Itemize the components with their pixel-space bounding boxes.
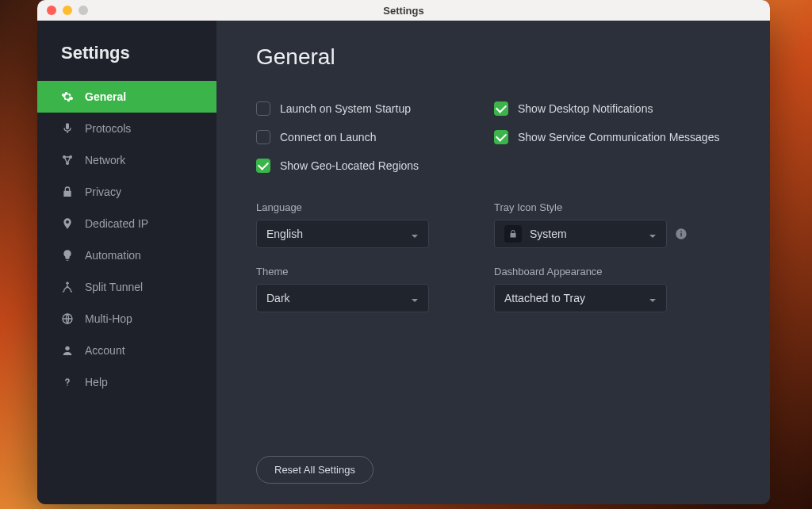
settings-window: Settings Settings General Protocols	[37, 0, 770, 504]
checkbox-icon	[494, 130, 508, 144]
minimize-window-button[interactable]	[63, 6, 72, 15]
checkbox-label: Show Service Communication Messages	[518, 131, 719, 144]
field-label: Tray Icon Style	[494, 201, 730, 213]
checkbox-connect-on-launch[interactable]: Connect on Launch	[256, 130, 494, 144]
window-controls	[37, 6, 88, 15]
content-pane: General Launch on System Startup Show De…	[216, 21, 770, 504]
globe-icon	[61, 312, 74, 325]
svg-point-4	[65, 346, 69, 350]
app-body: Settings General Protocols Network	[37, 21, 770, 504]
sidebar-item-label: Protocols	[85, 122, 131, 135]
sidebar-item-label: General	[85, 90, 126, 103]
checkbox-icon	[256, 130, 270, 144]
sidebar-item-automation[interactable]: Automation	[37, 239, 216, 271]
lock-icon	[504, 225, 522, 243]
checkbox-service-messages[interactable]: Show Service Communication Messages	[494, 130, 730, 144]
close-window-button[interactable]	[47, 6, 56, 15]
sidebar-title: Settings	[37, 43, 216, 81]
bulb-icon	[61, 249, 74, 262]
theme-select[interactable]: Dark	[256, 284, 429, 312]
sidebar: Settings General Protocols Network	[37, 21, 216, 504]
window-title: Settings	[37, 5, 770, 17]
checkbox-desktop-notifications[interactable]: Show Desktop Notifications	[494, 101, 730, 116]
sidebar-item-privacy[interactable]: Privacy	[37, 176, 216, 208]
sidebar-item-account[interactable]: Account	[37, 335, 216, 366]
sidebar-item-label: Account	[85, 344, 125, 357]
mic-icon	[61, 122, 74, 135]
field-dashboard-appearance: Dashboard Appearance Attached to Tray	[494, 266, 730, 312]
sidebar-item-dedicated-ip[interactable]: Dedicated IP	[37, 208, 216, 239]
select-value: Attached to Tray	[504, 292, 585, 304]
field-label: Language	[256, 201, 494, 213]
language-select[interactable]: English	[256, 220, 429, 248]
reset-all-settings-button[interactable]: Reset All Settings	[256, 456, 373, 484]
info-icon[interactable]	[675, 228, 688, 240]
checkbox-launch-startup[interactable]: Launch on System Startup	[256, 101, 494, 116]
sidebar-item-label: Privacy	[85, 186, 121, 198]
person-icon	[61, 344, 74, 357]
field-label: Dashboard Appearance	[494, 266, 730, 277]
sidebar-item-label: Automation	[85, 249, 141, 262]
select-value: Dark	[266, 292, 290, 304]
checkbox-section: Launch on System Startup Show Desktop No…	[256, 101, 730, 173]
checkbox-geo-regions[interactable]: Show Geo-Located Regions	[256, 159, 494, 173]
field-tray-icon-style: Tray Icon Style System	[494, 201, 730, 248]
sidebar-item-network[interactable]: Network	[37, 144, 216, 176]
chevron-down-icon	[649, 294, 657, 302]
chevron-down-icon	[649, 230, 657, 238]
sidebar-item-label: Dedicated IP	[85, 217, 148, 230]
chevron-down-icon	[411, 294, 419, 302]
sidebar-item-split-tunnel[interactable]: Split Tunnel	[37, 271, 216, 303]
chevron-down-icon	[411, 230, 419, 238]
sidebar-item-label: Network	[85, 154, 125, 166]
sidebar-item-multi-hop[interactable]: Multi-Hop	[37, 303, 216, 335]
checkbox-label: Launch on System Startup	[280, 102, 411, 115]
checkbox-label: Show Geo-Located Regions	[280, 159, 419, 172]
sidebar-item-label: Multi-Hop	[85, 312, 132, 325]
svg-rect-7	[680, 231, 681, 232]
select-value: System	[530, 228, 567, 240]
sidebar-item-protocols[interactable]: Protocols	[37, 113, 216, 144]
sidebar-item-general[interactable]: General	[37, 81, 216, 113]
checkbox-icon	[494, 101, 508, 116]
svg-rect-6	[680, 233, 681, 237]
checkbox-icon	[256, 101, 270, 116]
select-section: Language English Tray Icon Style System	[256, 201, 730, 312]
sidebar-item-label: Split Tunnel	[85, 281, 143, 293]
question-icon	[61, 376, 74, 388]
tray-icon-select[interactable]: System	[494, 220, 667, 248]
pin-icon	[61, 217, 74, 230]
sidebar-item-label: Help	[85, 376, 108, 388]
checkbox-label: Show Desktop Notifications	[518, 102, 653, 115]
network-icon	[61, 154, 74, 166]
gear-icon	[61, 90, 74, 103]
sidebar-item-help[interactable]: Help	[37, 366, 216, 398]
field-theme: Theme Dark	[256, 266, 494, 312]
titlebar: Settings	[37, 0, 770, 21]
checkbox-label: Connect on Launch	[280, 131, 376, 144]
lock-icon	[61, 186, 74, 198]
split-icon	[61, 281, 74, 293]
select-value: English	[266, 228, 303, 240]
maximize-window-button[interactable]	[79, 6, 88, 15]
checkbox-icon	[256, 159, 270, 173]
field-language: Language English	[256, 201, 494, 248]
field-label: Theme	[256, 266, 494, 277]
dashboard-appearance-select[interactable]: Attached to Tray	[494, 284, 667, 312]
page-title: General	[256, 44, 730, 70]
